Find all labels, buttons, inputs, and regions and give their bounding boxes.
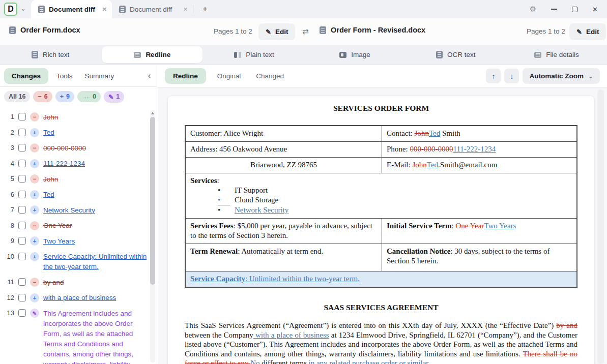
change-text: One Year [43, 221, 72, 231]
change-checkbox[interactable] [18, 144, 26, 151]
change-type-icon: − [30, 174, 39, 184]
close-tab-icon[interactable]: ✕ [102, 6, 107, 13]
bullet-cloud-storage: •Cloud Storage [190, 195, 572, 205]
tab-file-details[interactable]: File details [506, 45, 607, 65]
tab-changes[interactable]: Changes [4, 68, 48, 84]
change-type-icon: + [30, 159, 39, 168]
change-checkbox[interactable] [18, 206, 26, 214]
left-document-name: Order Form.docx [9, 26, 80, 34]
tab-redline[interactable]: Redline [102, 46, 203, 63]
change-number: 10 [5, 252, 14, 260]
changes-sidebar: Changes Tools Summary ‹ All 16 − 6 + 9 →… [0, 65, 157, 364]
minimize-button[interactable] [551, 9, 557, 10]
maximize-button[interactable] [572, 7, 577, 12]
change-checkbox[interactable] [18, 129, 26, 136]
left-edit-button[interactable]: ✎ Edit [258, 23, 295, 40]
change-row[interactable]: 1 − John [5, 112, 149, 123]
change-row[interactable]: 12 + with a place of business [5, 293, 149, 304]
tab-rich-text[interactable]: Rich text [0, 45, 101, 65]
cell-phone: Phone: 000-000-0000111-222-1234 [382, 142, 577, 158]
change-checkbox[interactable] [18, 175, 26, 183]
change-checkbox[interactable] [18, 191, 26, 198]
change-checkbox[interactable] [18, 294, 26, 301]
document-viewer[interactable]: SERVICES ORDER FORM Customer: Alice Wrig… [158, 87, 607, 364]
change-checkbox[interactable] [18, 278, 26, 286]
change-row[interactable]: 11 − by and [5, 277, 149, 288]
next-change-button[interactable]: ↓ [504, 69, 519, 83]
close-tab-icon[interactable]: ✕ [183, 6, 188, 13]
viewer-scrollbar[interactable] [597, 89, 604, 364]
window-tab-2[interactable]: Document diff ✕ [112, 0, 193, 18]
filter-moves[interactable]: →← 0 [77, 91, 101, 102]
settings-gear-icon[interactable]: ⚙ [530, 5, 536, 14]
collapse-sidebar-chevron-left-icon[interactable]: ‹ [148, 71, 151, 80]
cell-fees: Services Fees: $5,000 per year, payable … [185, 219, 382, 244]
change-number: 2 [5, 128, 14, 136]
cell-services: Services: •IT Support •Cloud Storage •Ne… [185, 173, 577, 219]
new-tab-button[interactable]: + [203, 4, 208, 14]
agreement-heading: SAAS SERVICES AGREEMENT [185, 303, 577, 312]
change-text: This Agreement includes and incorporates… [43, 308, 149, 364]
right-edit-button[interactable]: ✎ Edit [569, 23, 606, 40]
change-number: 8 [5, 221, 14, 229]
cell-cancellation: Cancellation Notice: 30 days, subject to… [382, 244, 577, 271]
change-checkbox[interactable] [18, 237, 26, 245]
swap-documents-icon[interactable]: ⇄ [302, 27, 309, 36]
change-number: 12 [5, 293, 14, 301]
sidebar-scrollbar[interactable] [150, 110, 155, 362]
tab-view-redline[interactable]: Redline [165, 68, 206, 84]
scroll-up-arrow-icon[interactable] [151, 112, 154, 114]
scrollbar-thumb[interactable] [150, 117, 155, 285]
pencil-icon: ✎ [108, 93, 113, 101]
change-row[interactable]: 7 + Network Security [5, 205, 149, 216]
change-row[interactable]: 6 + Ted [5, 190, 149, 200]
inserted-bullet-icon: • [218, 195, 230, 205]
arrow-up-icon: ↑ [492, 72, 495, 80]
ocr-text-icon [436, 51, 443, 58]
filter-deletions[interactable]: − 6 [33, 91, 52, 102]
tab-view-changed[interactable]: Changed [256, 72, 284, 80]
change-row[interactable]: 4 + 111-222-1234 [5, 159, 149, 169]
change-text: by and [43, 277, 64, 288]
app-logo[interactable]: D [4, 3, 17, 16]
change-checkbox[interactable] [18, 113, 26, 120]
change-number: 3 [5, 143, 14, 151]
change-checkbox[interactable] [18, 309, 26, 317]
tab-image[interactable]: Image [305, 45, 406, 65]
zoom-dropdown[interactable]: Automatic Zoom ⌄ [523, 68, 600, 84]
previous-change-button[interactable]: ↑ [486, 69, 501, 83]
change-checkbox[interactable] [18, 222, 26, 229]
tab-tools[interactable]: Tools [56, 72, 73, 80]
change-type-icon: − [30, 278, 39, 287]
right-filename-label: Order Form - Revised.docx [331, 26, 425, 34]
tab-view-original[interactable]: Original [217, 72, 241, 80]
cell-address: Address: 456 Oakwood Avenue [185, 142, 382, 158]
filter-insertions[interactable]: + 9 [55, 91, 74, 102]
window-close-button[interactable]: ✕ [592, 6, 598, 13]
tab-summary[interactable]: Summary [85, 72, 114, 80]
filter-all[interactable]: All 16 [4, 91, 30, 102]
change-row[interactable]: 2 + Ted [5, 128, 149, 138]
moves-count: 0 [93, 93, 96, 100]
change-type-icon: + [30, 236, 39, 246]
app-menu-chevron-down-icon[interactable]: ⌄ [20, 5, 26, 12]
tab-plain-text[interactable]: Plain text [204, 45, 304, 65]
document-icon [119, 6, 126, 13]
change-type-icon: + [30, 252, 39, 261]
change-row[interactable]: 5 − John [5, 174, 149, 185]
change-row[interactable]: 9 + Two Years [5, 236, 149, 247]
chevron-down-icon: ⌄ [588, 73, 593, 80]
change-checkbox[interactable] [18, 253, 26, 260]
change-row[interactable]: 10 + Service Capacity: Unlimited within … [5, 252, 149, 272]
change-text: 111-222-1234 [43, 159, 85, 169]
change-number: 5 [5, 174, 14, 183]
change-row[interactable]: 8 − One Year [5, 221, 149, 231]
table-row: Address: 456 Oakwood Avenue Phone: 000-0… [185, 142, 577, 158]
filter-edits[interactable]: ✎ 1 [104, 91, 124, 103]
change-checkbox[interactable] [18, 160, 26, 167]
change-row[interactable]: 13 ✎ This Agreement includes and incorpo… [5, 308, 149, 364]
window-tab-1[interactable]: Document diff ✕ [31, 0, 112, 18]
tab-ocr-text[interactable]: OCR text [406, 45, 506, 65]
change-text: Network Security [43, 205, 95, 216]
change-row[interactable]: 3 − 000-000-0000 [5, 143, 149, 154]
